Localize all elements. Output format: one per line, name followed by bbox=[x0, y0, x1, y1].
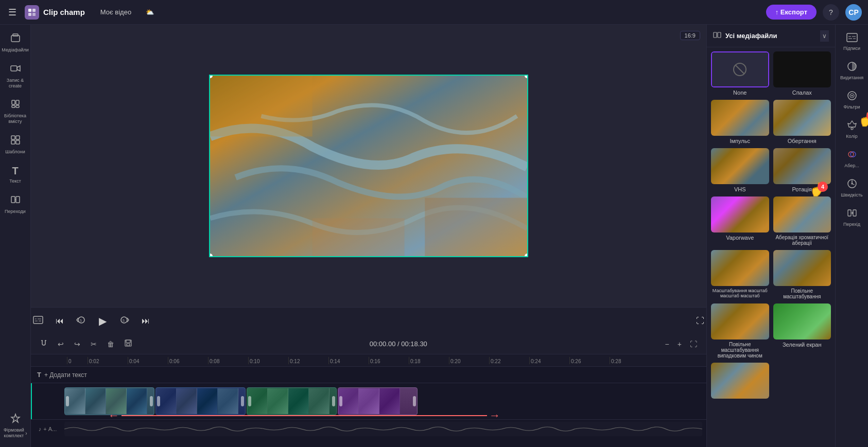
sidebar-item-templates[interactable]: Шаблони bbox=[2, 131, 29, 159]
panel-collapse-button[interactable]: ∨ bbox=[820, 30, 829, 42]
transition-green-screen-thumb[interactable] bbox=[773, 303, 831, 339]
zoom-in-button[interactable]: + bbox=[674, 338, 685, 350]
transition-aberration[interactable]: Аберація хроматичної аберації bbox=[773, 196, 831, 246]
forward5s-button[interactable]: 5 bbox=[117, 313, 131, 329]
transition-rotate2-thumb[interactable] bbox=[773, 148, 831, 184]
transition-sand4[interactable] bbox=[711, 363, 769, 401]
transition-aberration-thumb[interactable] bbox=[773, 196, 831, 233]
svg-rect-44 bbox=[848, 210, 851, 216]
svg-rect-5 bbox=[13, 34, 18, 36]
video-clip-2[interactable] bbox=[155, 387, 246, 415]
transition-none-label: None bbox=[733, 90, 747, 96]
help-button[interactable]: ? bbox=[823, 4, 839, 21]
transition-none-thumb[interactable] bbox=[711, 51, 769, 87]
transition-slow-zoom-random[interactable]: Масштабування масштаб масштаб масштаб bbox=[711, 250, 769, 299]
add-text-button[interactable]: + Додати текст bbox=[44, 371, 87, 379]
forward-to-end-button[interactable]: ⏭ bbox=[140, 314, 152, 328]
corner-handle-bl[interactable] bbox=[209, 254, 213, 257]
transition-green-screen[interactable]: Зелений екран bbox=[773, 303, 831, 359]
transition-rotation[interactable]: Обертання bbox=[773, 100, 831, 144]
my-videos-nav[interactable]: Моє відео bbox=[95, 6, 136, 18]
save-clip-button[interactable] bbox=[121, 337, 135, 350]
captions-button[interactable] bbox=[31, 314, 45, 328]
cloud-icon[interactable]: ⛅ bbox=[141, 6, 159, 18]
ratio-badge[interactable]: 16:9 bbox=[680, 31, 700, 40]
zoom-out-button[interactable]: − bbox=[662, 338, 672, 350]
far-sidebar-aberration[interactable]: Абер... bbox=[838, 145, 866, 172]
transition-sand4-thumb[interactable] bbox=[711, 363, 769, 399]
track-content: 👆 1 bbox=[64, 386, 706, 417]
transition-slow-zoom-2[interactable]: Повільне масштабування випадковим чином bbox=[711, 303, 769, 359]
svg-rect-14 bbox=[16, 140, 20, 144]
transition-slow-zoom-2-thumb[interactable] bbox=[711, 303, 769, 339]
clip-3-right-handle[interactable] bbox=[332, 396, 335, 406]
left-sidebar: Медіафайли Запис & create Бібліотека в bbox=[0, 25, 31, 447]
transition-vaporwave-thumb[interactable] bbox=[711, 196, 769, 233]
clip-1-left-handle[interactable] bbox=[66, 396, 69, 406]
clip-4-right-handle[interactable] bbox=[413, 396, 416, 406]
far-sidebar-color[interactable]: Колір 👆 3 bbox=[838, 116, 866, 143]
transition-impulse-thumb[interactable] bbox=[711, 100, 769, 136]
video-clip-1[interactable]: 👆 1 bbox=[64, 387, 154, 415]
transition-vaporwave[interactable]: Vaporwave bbox=[711, 196, 769, 246]
far-sidebar-transition[interactable]: Перехід bbox=[838, 204, 866, 231]
transition-rotation-thumb[interactable] bbox=[773, 100, 831, 136]
far-sidebar-captions[interactable]: Підписи bbox=[838, 29, 866, 55]
corner-handle-br[interactable] bbox=[525, 254, 528, 257]
transition-flash[interactable]: Спалах bbox=[773, 51, 831, 96]
playhead[interactable] bbox=[31, 383, 32, 419]
clip-thumb bbox=[268, 388, 288, 414]
ruler-mark-6: 0:06 bbox=[168, 357, 208, 364]
far-sidebar-speed[interactable]: Швидкість bbox=[838, 174, 866, 202]
sidebar-item-library[interactable]: Бібліотека вмісту bbox=[2, 95, 29, 129]
play-button[interactable]: ▶ bbox=[97, 313, 109, 329]
captions-icon bbox=[846, 33, 858, 44]
transition-rotation-img bbox=[773, 100, 831, 136]
clip-2-thumbs bbox=[156, 388, 238, 415]
delete-button[interactable]: 🗑 bbox=[104, 338, 117, 350]
transition-slow-zoom[interactable]: Повільне масштабування bbox=[773, 250, 831, 299]
fullscreen-preview-button[interactable]: ⛶ bbox=[694, 314, 706, 328]
templates-label: Шаблони bbox=[5, 149, 25, 155]
clip-4-left-handle[interactable] bbox=[339, 396, 342, 406]
far-sidebar-fading[interactable]: Видитання bbox=[838, 57, 866, 84]
far-sidebar-filters[interactable]: Фільтри bbox=[838, 86, 866, 114]
svg-rect-6 bbox=[11, 66, 17, 71]
clip-2-right-handle[interactable] bbox=[241, 396, 244, 406]
transition-slow-zoom-random-thumb[interactable] bbox=[711, 250, 769, 286]
avatar-button[interactable]: CP bbox=[845, 4, 862, 21]
transition-rotate2[interactable]: Ротація 👆 4 bbox=[773, 148, 831, 192]
rewind-to-start-button[interactable]: ⏮ bbox=[54, 314, 66, 328]
transition-vhs[interactable]: VHS bbox=[711, 148, 769, 192]
hamburger-button[interactable]: ☰ bbox=[6, 5, 19, 20]
sidebar-item-text[interactable]: T Текст bbox=[2, 161, 29, 188]
cut-button[interactable]: ✂ bbox=[88, 338, 100, 350]
sidebar-item-transitions[interactable]: Переходи bbox=[2, 190, 29, 219]
timeline-fullscreen-button[interactable]: ⛶ bbox=[687, 338, 700, 350]
transition-vhs-thumb[interactable] bbox=[711, 148, 769, 184]
clip-thumb bbox=[379, 388, 400, 414]
video-clip-4[interactable]: 👆 2 bbox=[338, 387, 418, 415]
sidebar-item-mediafiles[interactable]: Медіафайли bbox=[2, 29, 29, 57]
clip-1-right-handle[interactable] bbox=[150, 396, 153, 406]
undo-button[interactable]: ↩ bbox=[55, 338, 67, 350]
transition-slow-zoom-thumb[interactable] bbox=[773, 250, 831, 286]
back5s-button[interactable]: 5 bbox=[74, 313, 89, 329]
mediafiles-icon bbox=[10, 33, 21, 46]
export-button[interactable]: ↑ Експорт bbox=[766, 5, 817, 20]
ruler-mark-10: 0:10 bbox=[248, 357, 288, 364]
transition-rotate2-img bbox=[773, 148, 831, 184]
transition-none[interactable]: None bbox=[711, 51, 769, 96]
svg-rect-19 bbox=[210, 75, 313, 136]
clip-2-left-handle[interactable] bbox=[157, 396, 160, 406]
magnet-tool-button[interactable] bbox=[37, 337, 50, 350]
sidebar-item-brand-kit[interactable]: Фірмовий комплект › bbox=[2, 409, 29, 443]
sidebar-item-record[interactable]: Запис & create bbox=[2, 59, 29, 93]
clip-3-left-handle[interactable] bbox=[248, 396, 251, 406]
transition-impulse[interactable]: Імпульс bbox=[711, 100, 769, 144]
corner-handle-tr[interactable] bbox=[525, 75, 528, 78]
ruler-marks: 0 0:02 0:04 0:06 0:08 0:10 0:12 0:14 0:1… bbox=[67, 357, 650, 364]
transition-flash-thumb[interactable] bbox=[773, 51, 831, 87]
video-clip-3[interactable] bbox=[247, 387, 337, 415]
redo-button[interactable]: ↪ bbox=[71, 338, 83, 350]
